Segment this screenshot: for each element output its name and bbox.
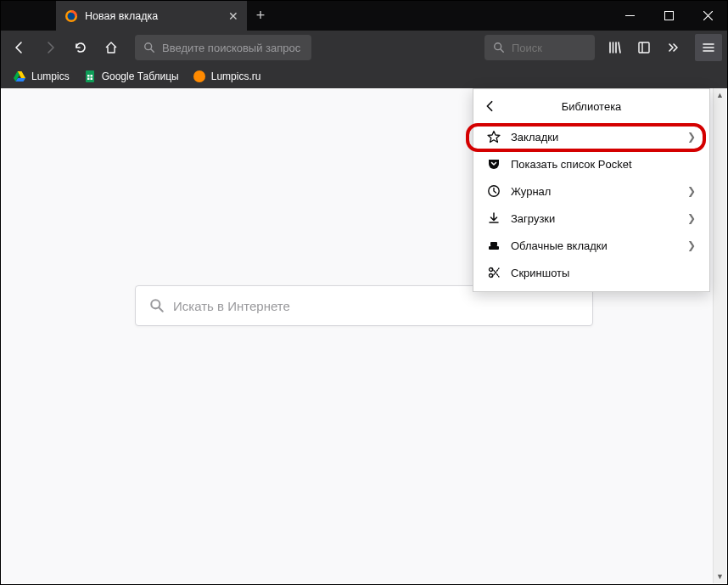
reload-button[interactable]: [67, 34, 94, 61]
sidebar-button[interactable]: [630, 34, 658, 61]
scroll-down-arrow[interactable]: ▼: [714, 570, 726, 583]
history-icon: [487, 184, 501, 198]
screenshot-icon: [487, 266, 501, 279]
chevron-right-icon: ❯: [687, 185, 696, 197]
window-controls: [610, 1, 727, 31]
svg-point-12: [193, 70, 205, 82]
scroll-up-arrow[interactable]: ▲: [714, 88, 726, 102]
search-bar[interactable]: [484, 35, 595, 60]
tab-close-button[interactable]: ✕: [228, 9, 238, 23]
panel-item-synced-tabs[interactable]: Облачные вкладки ❯: [473, 232, 709, 259]
newtab-search-input[interactable]: [173, 299, 579, 313]
bookmark-item[interactable]: Google Таблицы: [78, 66, 184, 87]
panel-item-history[interactable]: Журнал ❯: [473, 177, 709, 205]
svg-rect-3: [664, 12, 673, 20]
download-icon: [487, 211, 501, 225]
star-icon: [487, 130, 501, 143]
panel-item-downloads[interactable]: Загрузки ❯: [473, 205, 709, 232]
panel-item-label: Показать список Pocket: [511, 158, 696, 171]
bookmark-item[interactable]: Lumpics: [8, 66, 75, 87]
drive-icon: [13, 70, 26, 83]
vertical-scrollbar[interactable]: ▲ ▼: [713, 88, 726, 583]
panel-item-bookmarks[interactable]: Закладки ❯: [473, 123, 709, 150]
tabs-strip: Новая вкладка ✕ +: [1, 1, 274, 31]
bookmark-label: Lumpics.ru: [211, 70, 261, 82]
pocket-icon: [487, 157, 501, 171]
bookmark-label: Lumpics: [31, 70, 70, 82]
bookmark-item[interactable]: Lumpics.ru: [188, 66, 266, 87]
browser-window: Новая вкладка ✕ +: [0, 0, 728, 585]
navigation-toolbar: [1, 31, 727, 65]
tab-active[interactable]: Новая вкладка ✕: [56, 1, 247, 31]
new-tab-button[interactable]: +: [247, 1, 274, 31]
sheets-icon: [83, 70, 97, 83]
svg-rect-15: [489, 246, 499, 250]
svg-rect-16: [490, 242, 497, 246]
tab-title: Новая вкладка: [85, 10, 221, 22]
minimize-button[interactable]: [610, 1, 649, 31]
maximize-button[interactable]: [649, 1, 688, 31]
panel-title: Библиотека: [484, 100, 699, 113]
panel-item-label: Скриншоты: [511, 267, 696, 279]
chevron-right-icon: ❯: [687, 239, 696, 251]
cloud-tabs-icon: [487, 239, 501, 252]
svg-rect-2: [625, 15, 635, 16]
panel-item-label: Загрузки: [511, 212, 677, 225]
library-button[interactable]: [602, 34, 629, 61]
panel-back-button[interactable]: [484, 100, 496, 112]
panel-item-label: Закладки: [511, 131, 677, 143]
svg-rect-6: [639, 42, 649, 53]
panel-item-screenshots[interactable]: Скриншоты: [473, 259, 709, 286]
titlebar: Новая вкладка ✕ +: [1, 1, 727, 31]
bookmark-label: Google Таблицы: [102, 70, 179, 82]
bookmarks-toolbar: Lumpics Google Таблицы Lumpics.ru: [1, 65, 727, 88]
url-input[interactable]: [162, 42, 303, 54]
app-menu-button[interactable]: [695, 34, 722, 61]
home-button[interactable]: [98, 34, 125, 61]
overflow-button[interactable]: [659, 34, 686, 61]
library-panel: Библиотека Закладки ❯ Показать список Po…: [473, 88, 710, 292]
firefox-icon: [64, 9, 78, 23]
panel-item-label: Журнал: [511, 185, 677, 198]
forward-button[interactable]: [36, 34, 64, 61]
back-button[interactable]: [6, 34, 33, 61]
panel-item-label: Облачные вкладки: [511, 239, 677, 252]
search-icon: [149, 298, 165, 313]
favicon-icon: [193, 70, 206, 83]
chevron-right-icon: ❯: [687, 212, 696, 224]
address-bar[interactable]: [135, 35, 311, 60]
panel-item-pocket[interactable]: Показать список Pocket: [473, 150, 709, 177]
close-window-button[interactable]: [688, 1, 727, 31]
search-input[interactable]: [512, 42, 586, 54]
search-icon: [143, 42, 155, 53]
panel-header: Библиотека: [473, 89, 709, 123]
chevron-right-icon: ❯: [687, 131, 696, 143]
search-icon: [493, 42, 505, 53]
